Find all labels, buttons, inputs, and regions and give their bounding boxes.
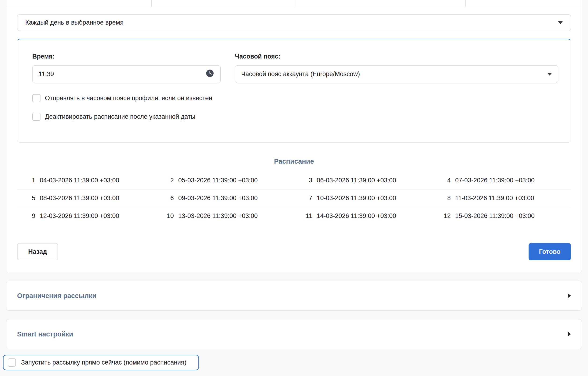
card-content: Каждый день в выбранное время Время:	[6, 14, 582, 260]
schedule-item-number: 6	[156, 194, 174, 202]
schedule-item-number: 12	[432, 212, 451, 220]
schedule-item: 3 06-03-2026 11:39:00 +03:00	[294, 177, 433, 184]
schedule-item: 7 10-03-2026 11:39:00 +03:00	[294, 194, 433, 202]
schedule-item: 2 05-03-2026 11:39:00 +03:00	[156, 177, 294, 184]
deactivate-after-date-label: Деактивировать расписание после указанно…	[45, 113, 195, 120]
action-buttons-row: Назад Готово	[17, 243, 571, 260]
daily-time-panel: Время: Часовой пояс: Час	[17, 39, 571, 143]
schedule-type-select[interactable]: Каждый день в выбранное время	[17, 14, 571, 31]
time-input[interactable]	[39, 70, 203, 78]
tab-strip	[6, 0, 582, 7]
clock-icon[interactable]	[205, 69, 214, 79]
schedule-settings-card: Каждый день в выбранное время Время:	[6, 0, 582, 273]
schedule-item-datetime: 10-03-2026 11:39:00 +03:00	[317, 194, 396, 202]
schedule-item-datetime: 07-03-2026 11:39:00 +03:00	[455, 177, 535, 184]
schedule-item-datetime: 04-03-2026 11:39:00 +03:00	[40, 177, 119, 184]
send-in-profile-tz-row[interactable]: Отправлять в часовом поясе профиля, если…	[32, 94, 558, 102]
schedule-table: 1 04-03-2026 11:39:00 +03:00 2 05-03-202…	[17, 171, 571, 225]
chevron-down-icon	[558, 21, 563, 24]
deactivate-after-date-row[interactable]: Деактивировать расписание после указанно…	[32, 113, 558, 121]
schedule-item-number: 11	[294, 212, 312, 220]
schedule-item-datetime: 06-03-2026 11:39:00 +03:00	[317, 177, 396, 184]
run-now-checkbox[interactable]	[8, 358, 16, 367]
deactivate-after-date-checkbox[interactable]	[32, 113, 41, 121]
run-now-label: Запустить рассылку прямо сейчас (помимо …	[21, 359, 187, 366]
schedule-item: 6 09-03-2026 11:39:00 +03:00	[156, 194, 294, 202]
schedule-row: 9 12-03-2026 11:39:00 +03:00 10 13-03-20…	[17, 207, 571, 225]
run-now-checkbox-row[interactable]: Запустить рассылку прямо сейчас (помимо …	[3, 355, 199, 370]
schedule-item-datetime: 12-03-2026 11:39:00 +03:00	[40, 212, 119, 220]
tab-separator	[465, 0, 466, 7]
schedule-item-datetime: 14-03-2026 11:39:00 +03:00	[317, 212, 396, 220]
schedule-item: 5 08-03-2026 11:39:00 +03:00	[17, 194, 156, 202]
chevron-right-icon	[568, 293, 571, 298]
schedule-item-number: 3	[294, 177, 312, 184]
schedule-item-number: 8	[432, 194, 451, 202]
schedule-item-datetime: 09-03-2026 11:39:00 +03:00	[178, 194, 258, 202]
time-label: Время:	[32, 53, 221, 60]
timezone-select[interactable]: Часовой пояс аккаунта (Europe/Moscow)	[235, 65, 558, 83]
schedule-item: 1 04-03-2026 11:39:00 +03:00	[17, 177, 156, 184]
schedule-item-number: 1	[17, 177, 35, 184]
schedule-item-datetime: 05-03-2026 11:39:00 +03:00	[178, 177, 258, 184]
back-button[interactable]: Назад	[17, 243, 58, 260]
time-field-group: Время:	[32, 53, 221, 83]
timezone-value: Часовой пояс аккаунта (Europe/Moscow)	[241, 70, 360, 78]
section-smart-settings[interactable]: Smart настройки	[6, 319, 582, 349]
schedule-row: 5 08-03-2026 11:39:00 +03:00 6 09-03-202…	[17, 189, 571, 207]
schedule-item: 8 11-03-2026 11:39:00 +03:00	[432, 194, 571, 202]
time-input-box[interactable]	[32, 65, 221, 83]
done-button[interactable]: Готово	[529, 243, 571, 260]
schedule-item-datetime: 08-03-2026 11:39:00 +03:00	[40, 194, 119, 202]
chevron-right-icon	[568, 332, 571, 336]
schedule-item: 12 15-03-2026 11:39:00 +03:00	[432, 212, 571, 220]
schedule-item: 11 14-03-2026 11:39:00 +03:00	[294, 212, 433, 220]
send-in-profile-tz-label: Отправлять в часовом поясе профиля, если…	[45, 95, 212, 102]
schedule-item-number: 4	[432, 177, 451, 184]
schedule-item-datetime: 11-03-2026 11:39:00 +03:00	[455, 194, 534, 202]
schedule-type-value: Каждый день в выбранное время	[25, 19, 124, 26]
schedule-item-datetime: 13-03-2026 11:39:00 +03:00	[178, 212, 258, 220]
section-mailing-limits[interactable]: Ограничения рассылки	[6, 281, 582, 311]
schedule-row: 1 04-03-2026 11:39:00 +03:00 2 05-03-202…	[17, 171, 571, 189]
tab-separator	[151, 0, 152, 7]
schedule-item-number: 5	[17, 194, 35, 202]
schedule-item-datetime: 15-03-2026 11:39:00 +03:00	[455, 212, 535, 220]
schedule-item: 9 12-03-2026 11:39:00 +03:00	[17, 212, 156, 220]
schedule-item-number: 2	[156, 177, 174, 184]
section-mailing-limits-title: Ограничения рассылки	[17, 292, 96, 300]
section-smart-settings-title: Smart настройки	[17, 330, 73, 338]
send-in-profile-tz-checkbox[interactable]	[32, 94, 41, 102]
timezone-field-group: Часовой пояс: Часовой пояс аккаунта (Eur…	[235, 53, 558, 83]
schedule-item-number: 10	[156, 212, 174, 220]
schedule-item: 4 07-03-2026 11:39:00 +03:00	[432, 177, 571, 184]
timezone-label: Часовой пояс:	[235, 53, 558, 60]
schedule-item-number: 9	[17, 212, 35, 220]
schedule-item-number: 7	[294, 194, 312, 202]
chevron-down-icon	[547, 73, 552, 76]
schedule-heading: Расписание	[17, 158, 571, 165]
schedule-item: 10 13-03-2026 11:39:00 +03:00	[156, 212, 294, 220]
